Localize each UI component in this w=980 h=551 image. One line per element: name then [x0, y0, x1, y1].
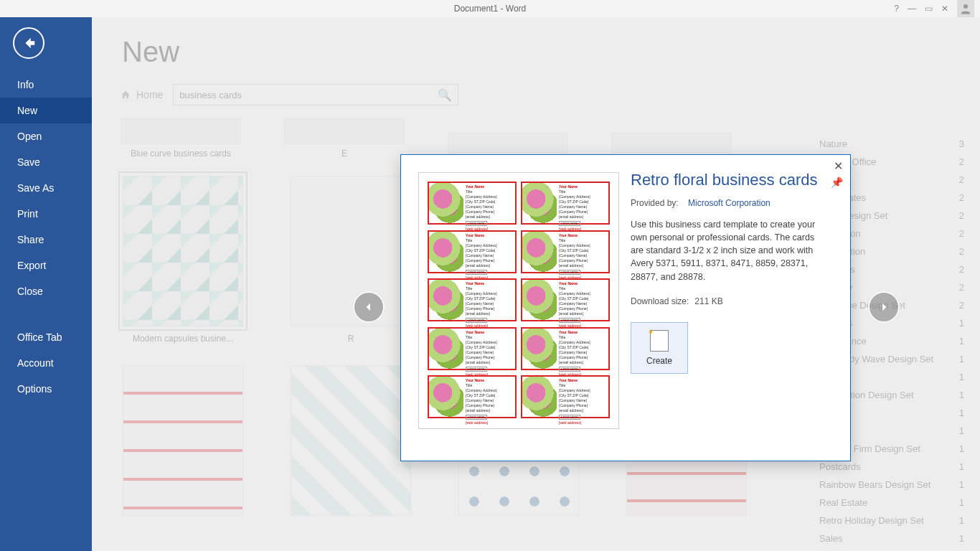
page-title: New — [122, 36, 951, 68]
category-row[interactable]: Sales1 — [816, 529, 967, 547]
business-card-cell: Your NameTitle[Company Address][City ST … — [428, 327, 517, 370]
window-title: Document1 - Word — [454, 4, 526, 14]
provider-link[interactable]: Microsoft Corporation — [688, 198, 771, 208]
category-count: 1 — [959, 390, 964, 400]
prev-template-button[interactable] — [353, 291, 385, 323]
category-name: Rainbow Bears Design Set — [819, 479, 930, 490]
restore-icon[interactable]: ▭ — [925, 4, 933, 14]
business-card-cell: Your NameTitle[Company Address][City ST … — [521, 278, 610, 321]
template-description: Use this business card template to creat… — [631, 218, 824, 283]
template-thumb[interactable] — [291, 365, 411, 516]
category-count: 1 — [959, 354, 964, 364]
provider-row: Provided by: Microsoft Corporation — [631, 198, 824, 208]
business-card-cell: Your NameTitle[Company Address][City ST … — [521, 375, 610, 418]
category-count: 1 — [959, 336, 964, 347]
business-card-cell: Your NameTitle[Company Address][City ST … — [428, 278, 517, 321]
download-size-row: Download size: 211 KB — [631, 296, 824, 306]
download-size-label: Download size: — [631, 296, 692, 306]
template-label: Modern capsules busine... — [123, 334, 243, 344]
template-label: Blue curve business cards — [121, 149, 241, 159]
template-thumb[interactable] — [291, 176, 411, 326]
nav-account[interactable]: Account — [0, 350, 92, 376]
nav-close[interactable]: Close — [0, 278, 92, 304]
template-thumb[interactable] — [123, 365, 243, 516]
category-count: 1 — [959, 408, 964, 418]
business-card-cell: Your NameTitle[Company Address][City ST … — [521, 182, 610, 225]
category-name: Postcards — [819, 461, 861, 472]
help-icon[interactable]: ? — [894, 4, 899, 14]
nav-print[interactable]: Print — [0, 201, 92, 227]
breadcrumb-home-label: Home — [136, 89, 163, 100]
nav-open[interactable]: Open — [0, 123, 92, 149]
category-count: 2 — [959, 264, 964, 275]
template-thumb[interactable] — [123, 176, 243, 326]
provided-by-label: Provided by: — [631, 198, 679, 208]
template-label: E — [284, 149, 405, 159]
business-card-cell: Your NameTitle[Company Address][City ST … — [521, 327, 610, 370]
business-card-cell: Your NameTitle[Company Address][City ST … — [428, 230, 517, 273]
nav-options[interactable]: Options — [0, 376, 92, 402]
category-count: 2 — [959, 156, 964, 167]
category-count: 1 — [959, 443, 964, 454]
template-title: Retro floral business cards — [631, 171, 824, 189]
svg-point-0 — [963, 4, 968, 9]
category-row[interactable]: Nature3 — [816, 135, 967, 153]
category-count: 1 — [959, 461, 964, 472]
category-count: 2 — [959, 246, 964, 257]
category-name: Sales — [819, 533, 843, 544]
nav-save-as[interactable]: Save As — [0, 175, 92, 201]
minimize-icon[interactable]: — — [908, 4, 916, 14]
create-button[interactable]: Create — [631, 322, 688, 374]
template-preview-image: Your NameTitle[Company Address][City ST … — [401, 155, 609, 461]
template-search[interactable]: 🔍 — [173, 84, 458, 105]
category-count: 2 — [959, 210, 964, 221]
category-row[interactable]: Rainbow Bears Design Set1 — [816, 476, 967, 494]
next-template-button[interactable] — [868, 291, 900, 323]
template-item[interactable]: Modern capsules busine... — [121, 176, 245, 344]
dialog-close-button[interactable]: ✕ — [834, 159, 843, 173]
category-count: 2 — [959, 282, 964, 293]
business-card-cell: Your NameTitle[Company Address][City ST … — [428, 182, 517, 225]
template-thumb[interactable] — [284, 118, 405, 144]
template-item[interactable]: R — [288, 176, 413, 344]
nav-info[interactable]: Info — [0, 72, 92, 98]
download-size-value: 211 KB — [694, 296, 722, 306]
backstage-sidebar: Info New Open Save Save As Print Share E… — [0, 17, 92, 551]
nav-save[interactable]: Save — [0, 149, 92, 175]
category-count: 3 — [959, 138, 964, 149]
category-name: Retro Holiday Design Set — [819, 515, 924, 526]
category-count: 1 — [959, 497, 964, 508]
nav-new[interactable]: New — [0, 98, 92, 123]
search-icon[interactable]: 🔍 — [438, 88, 452, 102]
title-bar: Document1 - Word ? — ▭ ✕ — [0, 0, 980, 17]
business-card-cell: Your NameTitle[Company Address][City ST … — [428, 375, 517, 418]
category-count: 2 — [959, 192, 964, 203]
category-count: 1 — [959, 479, 964, 490]
template-thumb[interactable] — [121, 118, 241, 144]
nav-share[interactable]: Share — [0, 227, 92, 253]
category-count: 2 — [959, 228, 964, 239]
category-count: 2 — [959, 300, 964, 311]
nav-export[interactable]: Export — [0, 253, 92, 278]
category-count: 1 — [959, 425, 964, 436]
back-button[interactable] — [13, 27, 44, 59]
template-item[interactable] — [121, 365, 245, 516]
category-count: 2 — [959, 174, 964, 185]
template-item[interactable] — [288, 365, 413, 516]
category-count: 1 — [959, 515, 964, 526]
category-name: Nature — [819, 138, 847, 149]
category-count: 1 — [959, 372, 964, 382]
category-row[interactable]: Retro Holiday Design Set1 — [816, 512, 967, 529]
pin-icon[interactable]: 📌 — [831, 176, 843, 188]
close-icon[interactable]: ✕ — [941, 4, 948, 14]
create-button-label: Create — [646, 356, 672, 366]
search-input[interactable] — [179, 90, 423, 100]
template-preview-dialog: ✕ 📌 Your NameTitle[Company Address][City… — [400, 154, 851, 461]
category-count: 1 — [959, 533, 964, 544]
breadcrumb-home[interactable]: Home — [121, 89, 163, 100]
document-icon — [650, 330, 669, 352]
business-card-cell: Your NameTitle[Company Address][City ST … — [521, 230, 610, 273]
nav-office-tab[interactable]: Office Tab — [0, 324, 92, 350]
category-row[interactable]: Real Estate1 — [816, 494, 967, 512]
avatar[interactable] — [957, 0, 974, 17]
